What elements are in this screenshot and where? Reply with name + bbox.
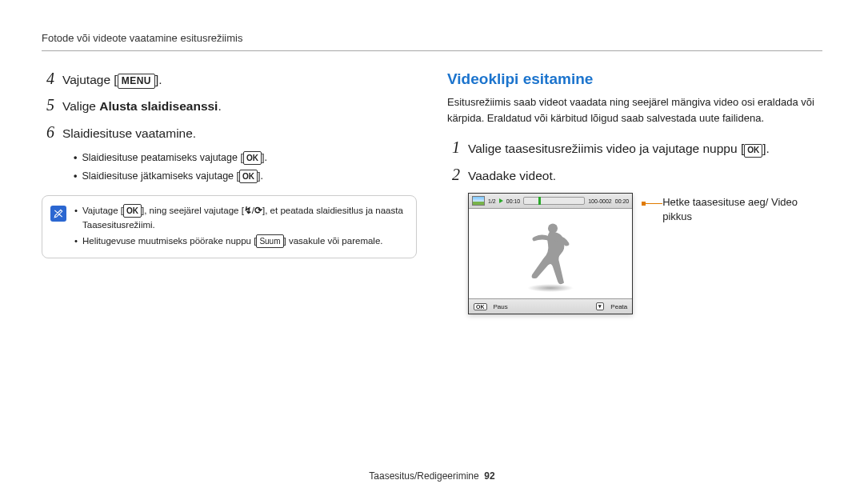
suum-pill: Suum (256, 234, 283, 249)
thumbnail-icon (472, 196, 485, 206)
step-number: 4 (42, 70, 54, 86)
sub-bullets: • Slaidiesituse peatamiseks vajutage [OK… (74, 150, 417, 184)
right-column: Videoklipi esitamine Esitusrežiimis saab… (447, 70, 822, 314)
step-6: 6 Slaidiesituse vaatamine. (42, 124, 417, 142)
step-text: Slaidiesituse vaatamine. (62, 125, 196, 142)
callout-line (644, 203, 662, 204)
svg-point-0 (548, 224, 558, 234)
ok-pill: OK (744, 144, 762, 158)
bullet-dot: • (74, 204, 78, 233)
step-text: Vajutage [ (62, 73, 118, 86)
note-text: ], ning seejärel vajutage [ (142, 206, 244, 215)
time-right: 00:20 (615, 198, 630, 204)
page-number: 92 (484, 470, 494, 482)
ok-pill: OK (243, 151, 262, 165)
timer-icon: ⟳ (254, 206, 262, 215)
paus-label: Paus (494, 303, 508, 310)
frame-counter: 1/2 (488, 198, 496, 204)
callout-text: Hetke taasesituse aeg/ Video pikkus (662, 195, 822, 224)
step-text: ]. (762, 142, 770, 155)
step-number: 6 (42, 124, 54, 140)
ok-pill-small: OK (474, 303, 487, 310)
subsection-heading: Videoklipi esitamine (447, 70, 822, 88)
progress-bar (523, 197, 585, 205)
section-path: Fotode või videote vaatamine esitusrežii… (42, 32, 822, 44)
step-4: 4 Vajutage [MENU]. (42, 70, 417, 89)
bullet-text-post: ]. (258, 170, 263, 182)
note-icon (50, 206, 66, 222)
peata-label: Peata (610, 303, 627, 310)
bullet-text: Slaidiesituse peatamiseks vajutage [ (82, 152, 243, 163)
bullet-text: Slaidiesituse jätkamiseks vajutage [ (82, 170, 239, 182)
step-text-suffix: ]. (155, 73, 162, 86)
video-player-illustration: 1/2 00:10 100-0002 00:20 (468, 193, 633, 314)
bullet-dot: • (74, 234, 78, 249)
divider (42, 50, 822, 51)
note-text: ] vasakule või paremale. (284, 236, 383, 246)
step-text-suffix: . (218, 99, 221, 113)
step-1: 1 Valige taasesitusrežiimis video ja vaj… (447, 139, 822, 158)
step-text: Valige taasesitusrežiimis video ja vajut… (468, 142, 744, 155)
time-left: 00:10 (506, 198, 521, 204)
left-column: 4 Vajutage [MENU]. 5 Valige Alusta slaid… (42, 70, 417, 314)
step-bold: Alusta slaidiseanssi (99, 99, 218, 113)
note-box: • Vajutage [OK], ning seejärel vajutage … (42, 195, 417, 258)
step-number: 1 (447, 139, 460, 155)
step-5: 5 Valige Alusta slaidiseanssi. (42, 97, 417, 115)
footer-section: Taasesitus/Redigeerimine (369, 470, 478, 482)
down-icon: ▾ (596, 302, 604, 310)
intro-text: Esitusrežiimis saab videot vaadata ning … (447, 94, 822, 126)
step-number: 5 (42, 97, 54, 113)
bullet-dot: • (74, 150, 77, 166)
ok-pill: OK (239, 170, 258, 183)
ok-pill: OK (123, 204, 142, 218)
dancer-silhouette (526, 221, 575, 293)
page-footer: Taasesitus/Redigeerimine 92 (0, 470, 864, 482)
step-2: 2 Vaadake videot. (447, 166, 822, 185)
note-text: Vajutage [ (82, 206, 123, 215)
step-text: Valige (62, 99, 99, 113)
step-text: Vaadake videot. (468, 167, 556, 185)
flash-icon: ↯ (244, 206, 252, 215)
menu-pill: MENU (118, 74, 155, 89)
bullet-dot: • (74, 169, 77, 184)
play-icon (499, 198, 503, 203)
step-number: 2 (447, 166, 460, 182)
note-text: Helitugevuse muutmiseks pöörake nuppu [ (82, 236, 256, 246)
file-indicator: 100-0002 (588, 198, 612, 204)
bullet-text-post: ]. (262, 152, 267, 163)
